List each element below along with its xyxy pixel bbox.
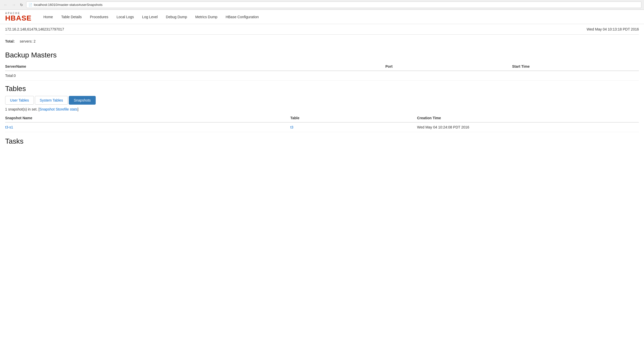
col-header-snapshot-name: Snapshot Name (5, 114, 290, 122)
nav-link-hbase-configuration[interactable]: HBase Configuration (221, 13, 263, 21)
tasks-section: Tasks (5, 137, 639, 145)
nav-link-table-details[interactable]: Table Details (57, 13, 86, 21)
tab-snapshots[interactable]: Snapshots (69, 96, 95, 105)
nav-link-debug-dump[interactable]: Debug Dump (162, 13, 191, 21)
site-header: APACHE HBASE HomeTable DetailsProcedures… (0, 10, 644, 24)
snapshot-table-link[interactable]: t3 (290, 125, 294, 129)
col-header-port: Port (385, 62, 512, 71)
info-bar: 172.16.2.148,61479,1462317797017 Wed May… (5, 24, 639, 35)
page-icon: 📄 (28, 3, 32, 7)
nav-link-procedures[interactable]: Procedures (86, 13, 113, 21)
nav-link-log-level[interactable]: Log Level (138, 13, 162, 21)
tab-user-tables[interactable]: User Tables (5, 96, 34, 105)
backup-masters-heading: Backup Masters (5, 51, 639, 59)
backup-masters-header-row: ServerName Port Start Time (5, 62, 639, 71)
col-header-table: Table (290, 114, 417, 122)
tables-heading: Tables (5, 85, 639, 93)
nav-link-metrics-dump[interactable]: Metrics Dump (191, 13, 221, 21)
back-button[interactable]: ← (3, 2, 9, 8)
forward-button[interactable]: → (11, 2, 17, 8)
tasks-heading: Tasks (5, 137, 639, 145)
col-header-starttime: Start Time (512, 62, 639, 71)
url-text: localhost:16010/master-status#userSnapsh… (34, 3, 102, 7)
table-row: t3-s1 t3 Wed May 04 10:24:08 PDT 2016 (5, 122, 639, 132)
snapshot-storefile-link[interactable]: Snapshot Storefile stats (40, 107, 77, 111)
tables-section: Tables User Tables System Tables Snapsho… (5, 85, 639, 132)
nav-links: HomeTable DetailsProceduresLocal LogsLog… (39, 13, 263, 21)
logo-hbase: HBASE (5, 15, 32, 22)
address-bar: 📄 localhost:16010/master-status#userSnap… (26, 2, 641, 8)
browser-chrome: ← → ↻ 📄 localhost:16010/master-status#us… (0, 0, 644, 10)
main-content: 172.16.2.148,61479,1462317797017 Wed May… (0, 24, 644, 145)
logo-area: APACHE HBASE (5, 12, 32, 22)
col-header-servername: ServerName (5, 62, 385, 71)
snapshot-info: 1 snapshot(s) in set. [Snapshot Storefil… (5, 107, 639, 111)
total-label: Total: (5, 39, 15, 43)
total-zero-cell: Total:0 (5, 71, 639, 81)
backup-masters-table: ServerName Port Start Time Total:0 (5, 62, 639, 81)
snapshot-name-link[interactable]: t3-s1 (5, 125, 13, 129)
refresh-button[interactable]: ↻ (19, 2, 24, 7)
snapshot-creation-time: Wed May 04 10:24:08 PDT 2016 (417, 122, 639, 132)
tab-system-tables[interactable]: System Tables (35, 96, 68, 105)
total-row: Total: servers: 2 (5, 37, 639, 46)
snapshot-name-cell: t3-s1 (5, 122, 290, 132)
table-row: Total:0 (5, 71, 639, 81)
server-info: 172.16.2.148,61479,1462317797017 (5, 27, 64, 31)
snapshot-table: Snapshot Name Table Creation Time t3-s1 … (5, 114, 639, 132)
total-value: servers: 2 (20, 39, 35, 43)
server-time: Wed May 04 10:13:18 PDT 2016 (587, 27, 639, 31)
snapshot-header-row: Snapshot Name Table Creation Time (5, 114, 639, 122)
nav-link-local-logs[interactable]: Local Logs (112, 13, 138, 21)
tabs-container: User Tables System Tables Snapshots (5, 96, 639, 105)
snapshot-table-cell: t3 (290, 122, 417, 132)
nav-link-home[interactable]: Home (39, 13, 57, 21)
col-header-creation-time: Creation Time (417, 114, 639, 122)
